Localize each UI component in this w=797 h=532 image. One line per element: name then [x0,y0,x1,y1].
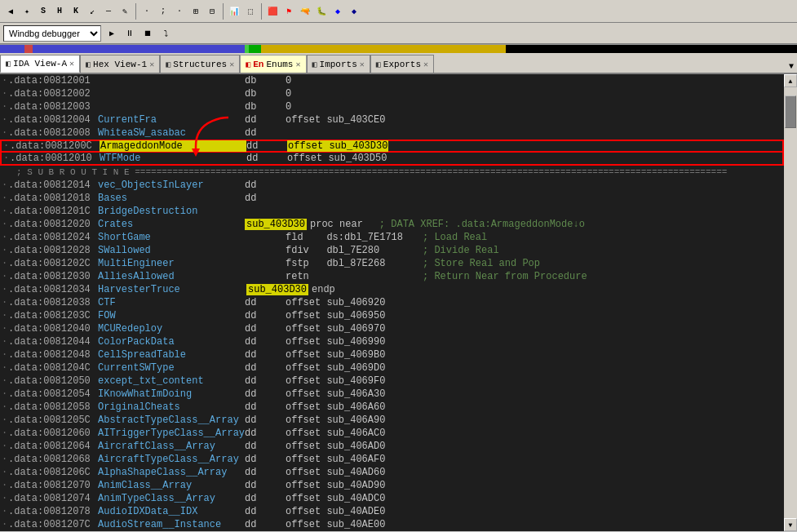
tab-ida-view-a[interactable]: ◧ IDA View-A ✕ [0,55,80,73]
tb-stop[interactable]: ⏹ [140,26,155,41]
tab-enums[interactable]: ◧ En Enums ✕ [240,55,306,73]
line-addr[interactable]: .data:00812040 [8,323,98,335]
tb-step[interactable]: ⤵ [158,26,173,41]
line-addr[interactable]: .data:00812054 [8,388,98,400]
toolbar-top: ◀ ✦ S H K ↙ — ✎ · ; · ⊞ ⊟ 📊 ⬚ 🟥 ⚑ 🔫 🐛 ◆ … [0,0,797,45]
tb-play[interactable]: ▶ [104,26,119,41]
line-addr[interactable]: .data:00812018 [8,193,98,204]
tab-structures[interactable]: ◧ Structures ✕ [160,55,240,73]
sep2 [223,3,224,20]
toolbar-row1: ◀ ✦ S H K ↙ — ✎ · ; · ⊞ ⊟ 📊 ⬚ 🟥 ⚑ 🔫 🐛 ◆ … [0,0,797,23]
tab-imports[interactable]: ◧ Imports ✕ [307,55,370,73]
tab-ida-close[interactable]: ✕ [69,59,74,69]
tab-scroll-arrow[interactable]: ▼ [786,60,797,73]
line-addr[interactable]: .data:00812020 [8,219,98,230]
tb-dash2[interactable]: — [101,4,116,19]
line-addr[interactable]: .data:00812038 [8,297,98,308]
line-00812024: · .data:00812024 ShortGame fld ds:dbl_7E… [0,231,784,244]
debugger-select[interactable]: Windbg debugger [3,25,101,42]
scroll-thumb[interactable] [785,95,796,128]
tb-dash1[interactable]: ↙ [85,4,100,19]
line-addr[interactable]: .data:00812060 [8,428,98,439]
line-addr[interactable]: .data:0081206C [8,467,98,478]
tb-semicol[interactable]: ; [156,4,170,19]
tb-blue2[interactable]: ◆ [347,4,361,19]
ida-scroll-area[interactable]: · .data:00812001 db 0 · .data:00812002 d… [0,74,784,531]
tb-dot2[interactable]: · [172,4,187,19]
line-addr[interactable]: .data:00812001 [8,75,98,86]
tb-chart2[interactable]: ⬚ [243,4,258,19]
line-addr[interactable]: .data:00812010 [10,153,100,164]
line-addr[interactable]: .data:00812058 [8,401,98,413]
tb-pause[interactable]: ⏸ [122,26,137,41]
tb-blue1[interactable]: ◆ [330,4,345,19]
line-00812068: · .data:00812068 AircraftTypeClass__Arra… [0,453,784,466]
line-00812038: · .data:00812038 CTF dd offset sub_40692… [0,296,784,309]
tab-enum-close[interactable]: ✕ [295,60,300,69]
line-addr[interactable]: .data:00812074 [8,493,98,504]
tb-bug[interactable]: 🐛 [314,4,329,19]
line-addr[interactable]: .data:00812004 [8,114,98,126]
tb-grid2[interactable]: ⊟ [205,4,219,19]
line-addr[interactable]: .data:0081201C [8,206,98,217]
line-addr[interactable]: .data:00812034 [8,284,98,295]
tb-star[interactable]: ✦ [20,4,34,19]
scroll-track[interactable] [784,87,797,518]
line-addr[interactable]: .data:00812002 [8,88,98,100]
line-label [98,75,245,86]
tb-pencil[interactable]: ✎ [117,4,132,19]
vertical-scrollbar[interactable]: ▲ ▼ [784,74,797,531]
line-addr[interactable]: .data:0081203C [8,310,98,321]
line-addr[interactable]: .data:0081207C [8,519,98,530]
tb-arrow-left[interactable]: ◀ [3,4,18,19]
tab-exports[interactable]: ◧ Exports ✕ [370,55,434,73]
line-addr[interactable]: .data:00812048 [8,349,98,361]
line-addr[interactable]: .data:00812070 [8,480,98,491]
tab-struct-close[interactable]: ✕ [229,60,234,69]
tb-chart[interactable]: 📊 [227,4,241,19]
tb-H[interactable]: H [52,4,67,19]
line-addr[interactable]: .data:0081202C [8,258,98,269]
line-addr[interactable]: .data:00812008 [8,127,98,139]
line-0081207C: · .data:0081207C AudioStream__Instance d… [0,518,784,531]
scroll-up-button[interactable]: ▲ [784,74,797,87]
line-addr[interactable]: .data:00812050 [8,375,98,387]
tab-hex-close[interactable]: ✕ [149,60,154,69]
line-00812040: · .data:00812040 MCURedeploy dd offset s… [0,322,784,335]
tb-weapon[interactable]: 🔫 [298,4,312,19]
line-addr[interactable]: .data:00812068 [8,454,98,465]
line-00812034: · .data:00812034 HarvesterTruce sub_403D… [0,283,784,296]
line-addr[interactable]: .data:00812064 [8,441,98,452]
tab-export-icon: ◧ [376,60,381,69]
line-addr[interactable]: .data:00812044 [8,336,98,348]
line-00812008: · .data:00812008 WhiteaSW_asabac dd [0,126,784,140]
line-0081200C: · .data:0081200C ArmageddonMode dd offse… [0,140,784,153]
line-addr[interactable]: .data:0081204C [8,362,98,374]
line-0081205C: · .data:0081205C AbstractTypeClass__Arra… [0,414,784,427]
line-00812010: · .data:00812010 WTFMode dd offset sub_4… [0,153,784,166]
ida-view: · .data:00812001 db 0 · .data:00812002 d… [0,74,784,531]
line-00812048: · .data:00812048 CellSpreadTable dd offs… [0,348,784,361]
line-00812064: · .data:00812064 AircraftClass__Array dd… [0,440,784,453]
line-addr[interactable]: .data:00812024 [8,232,98,243]
line-00812002: · .data:00812002 db 0 [0,87,784,100]
tb-grid[interactable]: ⊞ [188,4,203,19]
tb-S[interactable]: S [36,4,51,19]
line-addr[interactable]: .data:00812030 [8,271,98,282]
tab-hex-view[interactable]: ◧ Hex View-1 ✕ [80,55,160,73]
line-addr[interactable]: .data:00812014 [8,180,98,191]
line-addr[interactable]: .data:00812028 [8,245,98,256]
scroll-down-button[interactable]: ▼ [784,518,797,531]
tb-flag[interactable]: ⚑ [281,4,296,19]
line-mnem: db [245,75,286,86]
tab-export-close[interactable]: ✕ [423,60,428,69]
tb-K[interactable]: K [69,4,83,19]
line-addr[interactable]: .data:0081200C [10,140,100,152]
line-addr[interactable]: .data:00812003 [8,101,98,113]
tb-dot1[interactable]: · [139,4,154,19]
line-addr[interactable]: .data:0081205C [8,415,98,426]
line-addr[interactable]: .data:00812078 [8,506,98,517]
tab-import-close[interactable]: ✕ [360,60,365,69]
tb-red1[interactable]: 🟥 [265,4,280,19]
tab-ida-icon: ◧ [6,59,11,69]
